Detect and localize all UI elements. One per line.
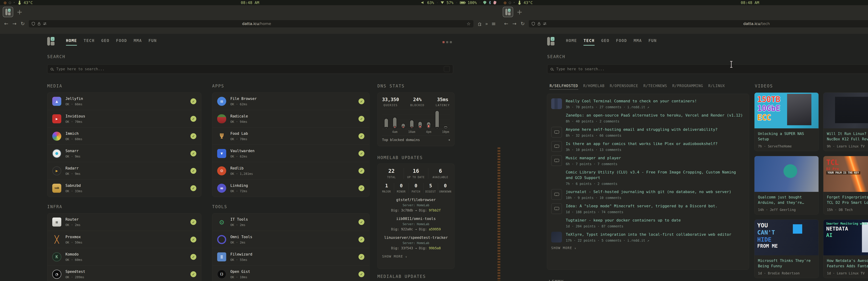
- post-title[interactable]: Is there an app for comics that works li…: [566, 141, 717, 147]
- chart-bar-slot[interactable]: [433, 110, 441, 129]
- update-entry[interactable]: linuxserver/speedtest-tracker Server: Ho…: [378, 236, 454, 250]
- search-input[interactable]: [556, 67, 868, 71]
- post-title[interactable]: Music manager and player: [566, 155, 621, 161]
- reddit-post[interactable]: Anyone here self-hosting email and strug…: [551, 127, 745, 138]
- show-more-button[interactable]: SHOW MORE ∨: [551, 246, 745, 250]
- chart-bar-slot[interactable]: [399, 110, 408, 129]
- target-icon[interactable]: ◎: [504, 1, 506, 5]
- new-tab-button[interactable]: +: [517, 8, 523, 15]
- video-title[interactable]: Qualcomm just bought Arduino, and they'r…: [758, 195, 815, 205]
- reload-button[interactable]: ↻: [21, 21, 25, 26]
- reddit-post[interactable]: Comic Library Utility (CLU) v3.4 - Free …: [551, 170, 745, 186]
- reddit-post[interactable]: ZaneOps: an open-source PaaS alternative…: [551, 113, 745, 123]
- nav-tab[interactable]: MMA: [134, 38, 142, 46]
- url-bar[interactable]: datta.icu/tech ☆: [529, 20, 868, 27]
- chart-bar-slot[interactable]: [425, 110, 433, 129]
- service-row[interactable]: Ψ Food Lab OK · 70ms ✓: [212, 127, 369, 145]
- video-card[interactable]: YOUCAN'THIDEFROM ME Microsoft Thinks The…: [754, 219, 819, 278]
- nav-tab[interactable]: FUN: [648, 38, 657, 46]
- nav-tab[interactable]: GEO: [101, 38, 110, 46]
- post-title[interactable]: Tugtainer - keep your docker containers …: [566, 217, 681, 223]
- show-more-button[interactable]: SHOW MORE ∨: [382, 254, 454, 258]
- url-text[interactable]: datta.icu/home: [49, 22, 464, 26]
- video-card[interactable]: Will It Run Linux? GMKTec NucBox K12 Ful…: [823, 93, 868, 151]
- service-row[interactable]: K Komodo OK · 60ms ✓: [48, 248, 201, 266]
- nav-tab[interactable]: HOME: [66, 38, 77, 46]
- post-title[interactable]: Really Cool Terminal Command to check on…: [566, 98, 697, 104]
- bookmark-star-icon[interactable]: ☆: [467, 21, 471, 26]
- video-thumbnail[interactable]: Smarter Monitoring with:NETDATAAI: [824, 220, 868, 255]
- service-row[interactable]: ▤ File Browser OK · 62ms ✓: [212, 93, 369, 110]
- chart-bar-slot[interactable]: [382, 110, 391, 129]
- service-row[interactable]: ⚙ IT Tools OK · 2ms ✓: [212, 213, 369, 231]
- new-tab-button[interactable]: +: [17, 8, 23, 15]
- site-logo[interactable]: ↗: [547, 37, 555, 46]
- search-input[interactable]: [56, 67, 441, 71]
- chart-bar-slot[interactable]: [416, 110, 425, 129]
- reddit-post[interactable]: Really Cool Terminal Command to check on…: [551, 98, 745, 109]
- menu-icon[interactable]: ≡: [492, 21, 496, 27]
- reddit-post[interactable]: Idea: A "sleep mode" Minecraft server, t…: [551, 203, 745, 214]
- chart-bar-slot[interactable]: [441, 110, 450, 129]
- site-logo[interactable]: ↗: [47, 37, 55, 46]
- permissions-sliders-icon[interactable]: [43, 22, 46, 25]
- nav-tab[interactable]: TECH: [84, 38, 94, 46]
- subreddit-tab[interactable]: R/SELFHOSTED: [550, 84, 578, 90]
- subreddit-tab[interactable]: R/HOMELAB: [583, 84, 604, 90]
- service-row[interactable]: ◔ Speedtest OK · 289ms ✓: [48, 266, 201, 281]
- service-row[interactable]: ▲ Jellyfin OK · 66ms ✓: [48, 93, 201, 110]
- service-row[interactable]: ▶ Radarr OK · 9ms ✓: [48, 162, 201, 179]
- service-row[interactable]: ▦ Router OK · 2ms ✓: [48, 213, 201, 231]
- video-title[interactable]: Will It Run Linux? GMKTec NucBox K12 Ful…: [827, 131, 868, 142]
- collapse-icon[interactable]: ◀: [448, 138, 450, 141]
- permissions-sliders-icon[interactable]: [543, 22, 547, 25]
- tracking-shield-icon[interactable]: [32, 22, 35, 26]
- post-title[interactable]: journalot - Self-hosted journaling with …: [566, 189, 732, 195]
- service-row[interactable]: ≣ Filewizard OK · 55ms ✓: [212, 248, 369, 266]
- browser-tab[interactable]: ↗: [3, 7, 13, 17]
- video-card[interactable]: Qualcomm just bought Arduino, and they'r…: [754, 156, 819, 215]
- circle-icon[interactable]: ○: [509, 1, 511, 4]
- nav-tab[interactable]: HOME: [566, 38, 577, 46]
- nav-tab[interactable]: TECH: [584, 38, 594, 46]
- update-entry[interactable]: gtstef/filebrowser Server: HomeLab Dig: …: [378, 198, 454, 212]
- target-icon[interactable]: ◎: [4, 1, 6, 5]
- chart-bar-slot[interactable]: [407, 110, 416, 129]
- service-row[interactable]: ☺ Redlib OK · 1,281ms ✓: [212, 162, 369, 179]
- video-thumbnail[interactable]: TCLD2 ProYOUR PALM IS THE KEY: [824, 156, 868, 192]
- video-title[interactable]: How Netdata's Awesome AI Features Adds F…: [827, 258, 868, 269]
- nav-tab[interactable]: GEO: [601, 38, 610, 46]
- video-thumbnail[interactable]: YOUCAN'THIDEFROM ME: [754, 220, 818, 255]
- nav-tab[interactable]: FOOD: [616, 38, 627, 46]
- video-title[interactable]: Forget Fingerprints - The TCL D2 Pro Sma…: [827, 195, 868, 205]
- subreddit-tab[interactable]: R/PROGRAMMING: [672, 84, 703, 90]
- video-thumbnail[interactable]: 150TB10GbEECC: [754, 93, 818, 128]
- forward-button[interactable]: →: [512, 21, 516, 26]
- update-entry[interactable]: iib0011/omni-tools Server: HomeLab Dig: …: [378, 217, 454, 231]
- nav-tab[interactable]: FUN: [148, 38, 157, 46]
- back-button[interactable]: ←: [4, 21, 8, 26]
- extension-puzzle-icon[interactable]: [477, 22, 482, 26]
- url-text[interactable]: datta.icu/tech: [549, 22, 868, 26]
- overflow-chevrons-icon[interactable]: »: [485, 21, 488, 26]
- post-title[interactable]: Idea: A "sleep mode" Minecraft server, t…: [566, 203, 717, 209]
- tracking-shield-icon[interactable]: [532, 22, 535, 26]
- reddit-post[interactable]: Is there an app for comics that works li…: [551, 141, 745, 152]
- chart-bar-slot[interactable]: [391, 110, 399, 129]
- service-row[interactable]: Immich OK · 60ms ✓: [48, 127, 201, 145]
- video-card[interactable]: Smarter Monitoring with:NETDATAAI How Ne…: [823, 219, 868, 278]
- nav-tab[interactable]: FOOD: [116, 38, 127, 46]
- subreddit-tab[interactable]: R/LINUX: [708, 84, 725, 90]
- video-title[interactable]: Unlocking a SUPER NAS Setup: [758, 131, 815, 142]
- reddit-post[interactable]: TeXlyre, Typst integration into the loca…: [551, 232, 745, 243]
- url-bar[interactable]: datta.icu/home ☆: [29, 20, 473, 27]
- service-row[interactable]: Omni Tools OK · 2ms ✓: [212, 231, 369, 248]
- subreddit-tab[interactable]: R/TECHNEWS: [643, 84, 667, 90]
- subreddit-tab[interactable]: R/OPENSOURCE: [610, 84, 638, 90]
- service-row[interactable]: ▶ Invidious OK · 70ms ✓: [48, 110, 201, 127]
- reload-button[interactable]: ↻: [521, 21, 525, 26]
- service-row[interactable]: Radicale OK · 94ms ✓: [212, 110, 369, 127]
- reddit-post[interactable]: Music manager and player 6h · 7 points ·…: [551, 155, 745, 166]
- video-title[interactable]: Microsoft Thinks They're Being Funny: [758, 258, 815, 269]
- post-title[interactable]: Comic Library Utility (CLU) v3.4 - Free …: [566, 170, 745, 181]
